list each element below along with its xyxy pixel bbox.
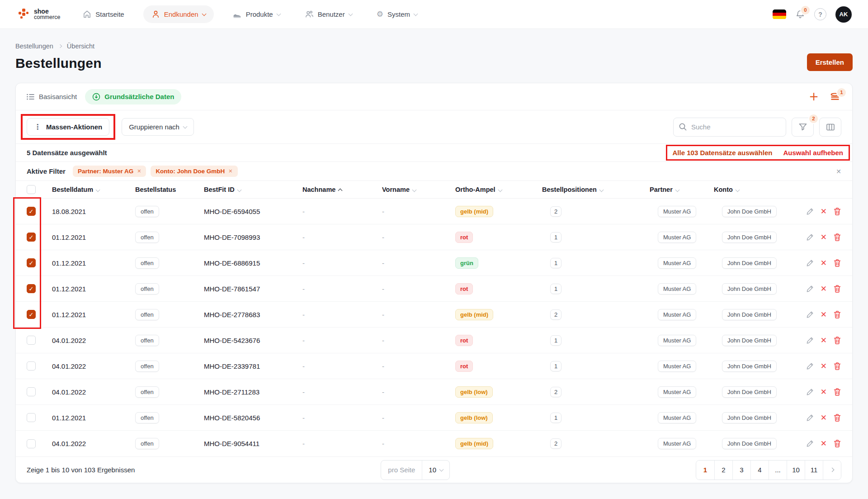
delete-button[interactable] bbox=[833, 336, 841, 345]
cancel-row-button[interactable]: ✕ bbox=[821, 362, 827, 370]
column-header[interactable]: Partner bbox=[650, 186, 714, 193]
table-row[interactable]: 04.01.2022 offen MHO-DE-5423676 - - rot … bbox=[16, 328, 852, 353]
delete-button[interactable] bbox=[833, 362, 841, 371]
search-input[interactable] bbox=[673, 118, 786, 137]
table-row[interactable]: ✓ 18.08.2021 offen MHO-DE-6594055 - - ge… bbox=[16, 199, 852, 224]
filter-button[interactable]: 2 bbox=[792, 118, 814, 137]
row-checkbox[interactable]: ✓ bbox=[27, 310, 36, 319]
select-all-link[interactable]: Alle 103 Datensätze auswählen bbox=[673, 149, 773, 157]
user-avatar[interactable]: AK bbox=[835, 6, 852, 23]
edit-button[interactable] bbox=[806, 388, 814, 396]
row-checkbox[interactable] bbox=[27, 387, 36, 396]
cancel-row-button[interactable]: ✕ bbox=[821, 285, 827, 293]
breadcrumb-uebersicht[interactable]: Übersicht bbox=[67, 43, 94, 50]
row-checkbox[interactable] bbox=[27, 336, 36, 345]
column-header[interactable]: Bestellstatus bbox=[135, 186, 204, 193]
edit-button[interactable] bbox=[806, 413, 814, 422]
edit-button[interactable] bbox=[806, 233, 814, 242]
cancel-row-button[interactable]: ✕ bbox=[821, 388, 827, 396]
table-row[interactable]: ✓ 01.12.2021 offen MHO-DE-7098993 - - ro… bbox=[16, 224, 852, 250]
remove-filter-icon[interactable]: ✕ bbox=[137, 168, 141, 174]
delete-button[interactable] bbox=[833, 388, 841, 396]
clear-filters-icon[interactable]: ✕ bbox=[836, 168, 841, 175]
delete-button[interactable] bbox=[833, 413, 841, 422]
brand-logo[interactable]: shoe commerce bbox=[18, 8, 60, 20]
page-button[interactable]: ... bbox=[769, 461, 787, 480]
delete-button[interactable] bbox=[833, 310, 841, 319]
column-header[interactable]: Bestellpositionen bbox=[542, 186, 650, 193]
cell-bestfit-id: MHO-DE-2778683 bbox=[204, 311, 302, 318]
edit-button[interactable] bbox=[806, 207, 814, 216]
cancel-row-button[interactable]: ✕ bbox=[821, 414, 827, 422]
remove-filter-icon[interactable]: ✕ bbox=[228, 168, 232, 174]
page-button[interactable]: 3 bbox=[732, 461, 750, 480]
delete-button[interactable] bbox=[833, 439, 841, 448]
row-checkbox[interactable]: ✓ bbox=[27, 233, 36, 242]
help-button[interactable]: ? bbox=[814, 8, 826, 20]
table-row[interactable]: 04.01.2022 offen MHO-DE-9054411 - - gelb… bbox=[16, 431, 852, 456]
columns-button[interactable] bbox=[819, 118, 841, 137]
table-row[interactable]: ✓ 01.12.2021 offen MHO-DE-2778683 - - ge… bbox=[16, 302, 852, 328]
nav-label: Endkunden bbox=[164, 10, 198, 18]
cancel-row-button[interactable]: ✕ bbox=[821, 208, 827, 215]
column-header[interactable]: Ortho-Ampel bbox=[455, 186, 542, 193]
base-view-button[interactable]: Basisansicht bbox=[27, 93, 77, 100]
edit-button[interactable] bbox=[806, 336, 814, 345]
column-header[interactable]: Bestelldatum bbox=[52, 186, 135, 193]
nav-item-produkte[interactable]: Produkte bbox=[227, 6, 286, 23]
language-flag-de[interactable] bbox=[773, 10, 786, 19]
cancel-row-button[interactable]: ✕ bbox=[821, 440, 827, 447]
delete-button[interactable] bbox=[833, 207, 841, 216]
page-button[interactable]: 11 bbox=[805, 461, 823, 480]
cancel-row-button[interactable]: ✕ bbox=[821, 337, 827, 344]
table-row[interactable]: ✓ 01.12.2021 offen MHO-DE-6886915 - - gr… bbox=[16, 250, 852, 276]
cancel-row-button[interactable]: ✕ bbox=[821, 311, 827, 318]
page-button[interactable]: 2 bbox=[714, 461, 732, 480]
row-checkbox[interactable]: ✓ bbox=[27, 284, 36, 293]
nav-item-system[interactable]: ⚙ System bbox=[371, 6, 423, 22]
breadcrumb-bestellungen[interactable]: Bestellungen bbox=[15, 43, 53, 50]
edit-button[interactable] bbox=[806, 259, 814, 267]
select-all-checkbox[interactable] bbox=[27, 185, 36, 194]
row-checkbox[interactable]: ✓ bbox=[27, 207, 36, 216]
delete-button[interactable] bbox=[833, 285, 841, 293]
edit-button[interactable] bbox=[806, 362, 814, 371]
per-page-select[interactable]: 10 bbox=[422, 461, 449, 480]
column-header[interactable]: Vorname bbox=[382, 186, 455, 193]
row-checkbox[interactable] bbox=[27, 439, 36, 448]
edit-button[interactable] bbox=[806, 310, 814, 319]
notifications-button[interactable]: 0 bbox=[795, 10, 805, 19]
cancel-row-button[interactable]: ✕ bbox=[821, 233, 827, 241]
page-button[interactable]: 10 bbox=[787, 461, 805, 480]
column-header[interactable]: Nachname bbox=[302, 186, 382, 193]
filter-chip-konto[interactable]: Konto: John Doe GmbH ✕ bbox=[151, 166, 237, 177]
edit-button[interactable] bbox=[806, 285, 814, 293]
clear-selection-link[interactable]: Auswahl aufheben bbox=[783, 149, 843, 157]
row-checkbox[interactable] bbox=[27, 361, 36, 371]
filter-chip-partner[interactable]: Partner: Muster AG ✕ bbox=[73, 166, 146, 177]
page-button[interactable]: 1 bbox=[696, 461, 714, 480]
table-row[interactable]: 04.01.2022 offen MHO-DE-2711283 - - gelb… bbox=[16, 379, 852, 405]
delete-button[interactable] bbox=[833, 233, 841, 242]
table-row[interactable]: 01.12.2021 offen MHO-DE-5820456 - - gelb… bbox=[16, 405, 852, 431]
edit-button[interactable] bbox=[806, 439, 814, 448]
create-button[interactable]: Erstellen bbox=[807, 53, 853, 71]
row-checkbox[interactable]: ✓ bbox=[27, 258, 36, 267]
row-checkbox[interactable] bbox=[27, 413, 36, 422]
delete-button[interactable] bbox=[833, 259, 841, 267]
table-row[interactable]: ✓ 01.12.2021 offen MHO-DE-7861547 - - ro… bbox=[16, 276, 852, 302]
column-header[interactable]: BestFit ID bbox=[204, 186, 302, 193]
add-view-button[interactable]: + bbox=[808, 91, 820, 103]
group-by-button[interactable]: Gruppieren nach bbox=[122, 118, 194, 136]
column-header[interactable]: Konto bbox=[714, 186, 794, 193]
table-row[interactable]: 04.01.2022 offen MHO-DE-2339781 - - rot … bbox=[16, 353, 852, 379]
nav-item-endkunden[interactable]: Endkunden bbox=[143, 5, 214, 23]
nav-item-benutzer[interactable]: Benutzer bbox=[299, 6, 358, 23]
nav-item-startseite[interactable]: Startseite bbox=[77, 6, 129, 23]
next-page-button[interactable] bbox=[823, 461, 841, 480]
saved-views-button[interactable]: 1 bbox=[829, 92, 841, 102]
active-view-pill[interactable]: Grundsätzliche Daten bbox=[85, 89, 181, 105]
bulk-actions-button[interactable]: ⋮ Massen-Aktionen bbox=[27, 118, 109, 136]
page-button[interactable]: 4 bbox=[750, 461, 769, 480]
cancel-row-button[interactable]: ✕ bbox=[821, 259, 827, 267]
